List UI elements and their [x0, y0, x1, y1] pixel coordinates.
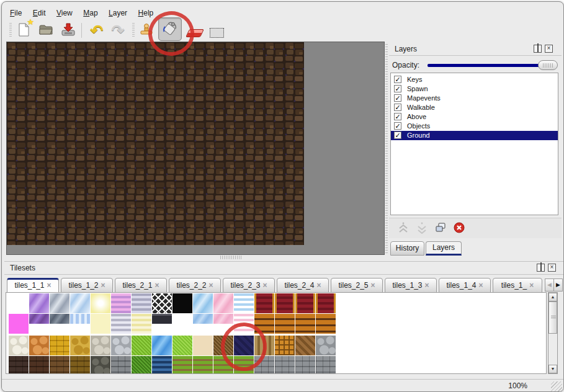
tile-r3-c2[interactable]: [29, 336, 49, 355]
tile-r2-c1[interactable]: [9, 314, 29, 334]
tileset-tab-tiles_2_2[interactable]: tiles_2_2×: [169, 278, 221, 293]
resize-grip[interactable]: [551, 381, 562, 391]
tile-r3-c14[interactable]: [275, 336, 295, 355]
scroll-up-button[interactable]: ▲: [548, 293, 557, 301]
tile-r2-c3[interactable]: [50, 314, 69, 324]
layer-row-walkable[interactable]: ✓Walkable: [391, 103, 558, 112]
tileset-tab-tiles_1_1[interactable]: tiles_1_1×: [7, 278, 59, 293]
tile-r1-c13[interactable]: [254, 293, 274, 313]
menu-file[interactable]: File: [10, 9, 22, 17]
menu-view[interactable]: View: [56, 9, 73, 17]
tabs-scroll-right-button[interactable]: ▶: [553, 278, 563, 292]
tile-r4-c16[interactable]: [316, 356, 336, 374]
tab-close-icon[interactable]: ×: [155, 281, 159, 290]
tile-r1-c10[interactable]: [193, 293, 213, 313]
layer-row-above[interactable]: ✓Above: [391, 112, 558, 122]
tab-layers[interactable]: Layers: [426, 241, 462, 256]
tile-r4-c15[interactable]: [295, 356, 315, 374]
tile-r1-c14[interactable]: [275, 293, 295, 313]
tab-close-icon[interactable]: ×: [479, 281, 483, 290]
rect-select-tool-button[interactable]: [207, 21, 226, 40]
tile-r2-c6[interactable]: [111, 314, 131, 334]
menu-help[interactable]: Help: [138, 9, 154, 17]
tabs-scroll-left-button[interactable]: ◀: [545, 278, 554, 292]
palette-scrollbar[interactable]: ▲ ▼: [548, 292, 558, 374]
tile-r2-c12[interactable]: [234, 314, 254, 334]
tile-r3-c4[interactable]: [70, 336, 90, 355]
layer-row-spawn[interactable]: ✓Spawn: [391, 84, 558, 94]
tile-r1-c2[interactable]: [29, 293, 49, 313]
tab-close-icon[interactable]: ×: [47, 281, 51, 290]
opacity-slider[interactable]: [427, 64, 557, 67]
layer-visibility-checkbox[interactable]: ✓: [394, 113, 401, 120]
eraser-tool-button[interactable]: [186, 21, 204, 40]
toolbar-grip-2[interactable]: [132, 23, 135, 38]
tab-close-icon[interactable]: ×: [371, 281, 375, 290]
tileset-tab-tiles_1_3[interactable]: tiles_1_3×: [385, 278, 437, 293]
float-panel-button[interactable]: [534, 45, 542, 53]
toolbar-grip[interactable]: [9, 23, 12, 38]
tile-r2-c16[interactable]: [316, 314, 336, 334]
tile-r2-c5[interactable]: [91, 314, 110, 334]
opacity-slider-handle[interactable]: [538, 60, 558, 70]
tile-r3-c5[interactable]: [91, 336, 110, 355]
tile-r4-c14[interactable]: [275, 356, 295, 374]
tileset-tab-tiles_2_4[interactable]: tiles_2_4×: [277, 278, 329, 293]
close-tilesets-button[interactable]: ×: [548, 264, 556, 272]
fill-bucket-tool-button[interactable]: [158, 17, 182, 41]
tileset-tab-tiles_1_[interactable]: tiles_1_×: [493, 278, 542, 293]
tile-r3-c16[interactable]: [316, 336, 336, 355]
delete-layer-button[interactable]: [452, 221, 466, 235]
tile-r1-c8[interactable]: [152, 293, 172, 313]
tile-r3-c13[interactable]: [254, 336, 274, 355]
tile-r3-c12[interactable]: [234, 336, 254, 355]
raise-layer-button[interactable]: [396, 221, 410, 235]
tile-r2-c4[interactable]: [70, 314, 90, 324]
tile-r1-c9[interactable]: [172, 293, 192, 313]
tile-r4-c6[interactable]: [111, 356, 131, 374]
map-canvas-view[interactable]: [6, 42, 385, 255]
tile-r4-c8[interactable]: [152, 356, 172, 374]
float-tilesets-button[interactable]: [537, 264, 545, 272]
tileset-tab-tiles_1_2[interactable]: tiles_1_2×: [61, 278, 113, 293]
tab-close-icon[interactable]: ×: [425, 281, 429, 290]
tile-r1-c6[interactable]: [111, 293, 131, 313]
tile-r4-c1[interactable]: [9, 356, 29, 374]
tile-r1-c1[interactable]: [9, 293, 29, 313]
tile-r2-c10[interactable]: [193, 314, 213, 324]
layer-visibility-checkbox[interactable]: ✓: [394, 131, 401, 139]
tile-r4-c9[interactable]: [172, 356, 192, 374]
tile-r2-c15[interactable]: [295, 314, 315, 334]
layer-row-keys[interactable]: ✓Keys: [391, 75, 558, 84]
tab-close-icon[interactable]: ×: [263, 281, 267, 290]
tile-r1-c15[interactable]: [295, 293, 315, 313]
tab-history[interactable]: History: [390, 241, 424, 256]
tile-r3-c8[interactable]: [152, 336, 172, 355]
tile-r2-c11[interactable]: [213, 314, 233, 324]
tile-r2-c14[interactable]: [275, 314, 295, 334]
tile-r3-c9[interactable]: [172, 336, 192, 355]
tile-r4-c3[interactable]: [50, 356, 69, 374]
tile-r4-c10[interactable]: [193, 356, 213, 374]
tile-r1-c11[interactable]: [213, 293, 233, 313]
tile-r3-c7[interactable]: [132, 336, 151, 355]
tileset-tab-tiles_1_4[interactable]: tiles_1_4×: [439, 278, 491, 293]
splitter-handle-vertical[interactable]: [385, 44, 388, 254]
tile-r2-c8[interactable]: [152, 314, 172, 324]
layer-visibility-checkbox[interactable]: ✓: [394, 122, 401, 130]
tile-r4-c4[interactable]: [70, 356, 90, 374]
tile-r1-c5[interactable]: [91, 293, 110, 313]
tile-r1-c16[interactable]: [316, 293, 336, 313]
tile-r4-c2[interactable]: [29, 356, 49, 374]
menu-edit[interactable]: Edit: [33, 9, 46, 17]
tile-r4-c5[interactable]: [91, 356, 110, 374]
undo-button[interactable]: ↶: [87, 21, 106, 40]
tile-r4-c12[interactable]: [234, 356, 254, 374]
tile-r1-c3[interactable]: [50, 293, 69, 313]
tile-r3-c15[interactable]: [295, 336, 315, 355]
tile-r4-c11[interactable]: [213, 356, 233, 374]
open-map-button[interactable]: [37, 21, 55, 40]
layer-row-ground[interactable]: ✓Ground: [391, 131, 558, 140]
redo-button[interactable]: ↷: [109, 21, 127, 40]
tile-r3-c3[interactable]: [50, 336, 69, 355]
